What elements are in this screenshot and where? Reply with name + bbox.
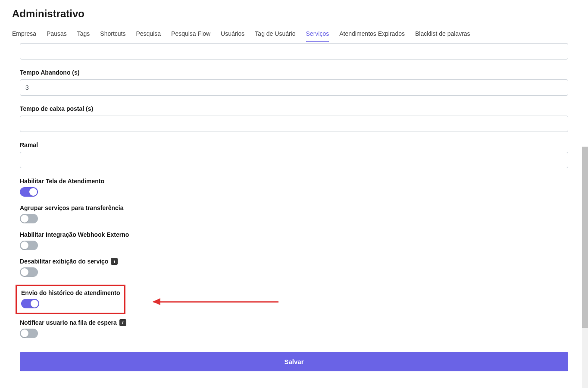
habilitar-webhook-group: Habilitar Integração Webhook Externo — [20, 231, 568, 250]
desabilitar-exibicao-group: Desabilitar exibição do serviço i — [20, 258, 568, 277]
envio-historico-group: Envio do histórico de atendimento — [21, 289, 120, 308]
tempo-caixa-postal-label: Tempo de caixa postal (s) — [20, 105, 568, 112]
envio-historico-toggle[interactable] — [21, 299, 39, 308]
scrollbar-thumb[interactable] — [582, 147, 588, 328]
desabilitar-exibicao-label: Desabilitar exibição do serviço — [20, 258, 108, 265]
tab-pesquisa[interactable]: Pesquisa — [136, 26, 161, 42]
scrollbar-track[interactable] — [582, 147, 588, 388]
field-cutoff-group — [20, 43, 568, 60]
habilitar-tela-label: Habilitar Tela de Atendimento — [20, 178, 104, 185]
envio-historico-label: Envio do histórico de atendimento — [21, 289, 120, 296]
tab-servicos[interactable]: Serviços — [306, 26, 329, 42]
tempo-abandono-group: Tempo Abandono (s) — [20, 69, 568, 96]
agrupar-servicos-label: Agrupar serviços para transferência — [20, 204, 123, 211]
agrupar-servicos-toggle[interactable] — [20, 214, 38, 223]
toggle-knob — [21, 242, 28, 249]
tempo-abandono-input[interactable] — [20, 79, 568, 96]
tab-tags[interactable]: Tags — [77, 26, 90, 42]
toggle-knob — [21, 329, 28, 337]
tabs-bar: Empresa Pausas Tags Shortcuts Pesquisa P… — [0, 26, 588, 42]
tempo-abandono-label: Tempo Abandono (s) — [20, 69, 568, 76]
info-icon[interactable]: i — [111, 258, 118, 265]
habilitar-tela-group: Habilitar Tela de Atendimento — [20, 178, 568, 197]
tempo-caixa-postal-input[interactable] — [20, 116, 568, 132]
form-area: Tempo Abandono (s) Tempo de caixa postal… — [12, 42, 576, 379]
notificar-usuario-label: Notificar usuario na fila de espera — [20, 319, 117, 326]
tab-usuarios[interactable]: Usuários — [221, 26, 244, 42]
toggle-knob — [21, 268, 28, 276]
tab-shortcuts[interactable]: Shortcuts — [100, 26, 125, 42]
toggle-knob — [29, 188, 37, 196]
desabilitar-exibicao-toggle[interactable] — [20, 267, 38, 277]
notificar-usuario-group: Notificar usuario na fila de espera i — [20, 319, 568, 338]
tab-pausas[interactable]: Pausas — [47, 26, 67, 42]
page-title: Administrativo — [12, 8, 576, 20]
highlight-annotation: Envio do histórico de atendimento — [16, 285, 125, 314]
ramal-group: Ramal — [20, 141, 568, 168]
arrow-annotation — [153, 301, 278, 303]
habilitar-tela-toggle[interactable] — [20, 187, 38, 197]
save-button[interactable]: Salvar — [20, 352, 568, 371]
toggle-knob — [21, 215, 28, 223]
agrupar-servicos-group: Agrupar serviços para transferência — [20, 204, 568, 223]
habilitar-webhook-toggle[interactable] — [20, 241, 38, 250]
tab-empresa[interactable]: Empresa — [12, 26, 36, 42]
tab-pesquisa-flow[interactable]: Pesquisa Flow — [171, 26, 210, 42]
ramal-input[interactable] — [20, 152, 568, 168]
habilitar-webhook-label: Habilitar Integração Webhook Externo — [20, 231, 129, 238]
ramal-label: Ramal — [20, 141, 568, 148]
tempo-caixa-postal-group: Tempo de caixa postal (s) — [20, 105, 568, 132]
tab-blacklist[interactable]: Blacklist de palavras — [415, 26, 470, 42]
notificar-usuario-toggle[interactable] — [20, 329, 38, 338]
cutoff-input[interactable] — [20, 43, 568, 60]
tab-tag-usuario[interactable]: Tag de Usuário — [255, 26, 295, 42]
toggle-knob — [31, 300, 38, 307]
tab-atendimentos-expirados[interactable]: Atendimentos Expirados — [339, 26, 405, 42]
info-icon[interactable]: i — [119, 319, 126, 326]
